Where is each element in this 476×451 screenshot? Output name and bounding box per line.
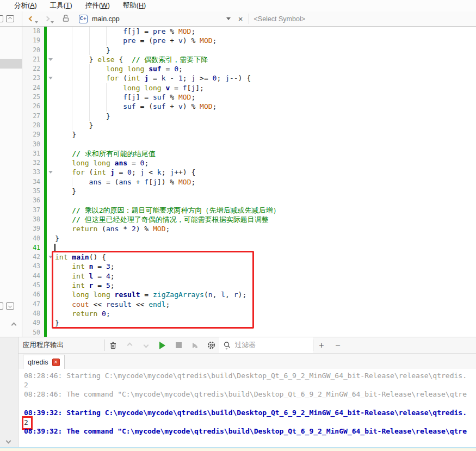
code-line[interactable]: 43int n = 3; bbox=[22, 262, 476, 271]
code-line[interactable]: 34ans = (ans + f[j]) % MOD; bbox=[22, 177, 476, 187]
window-bottom-strip bbox=[0, 447, 476, 451]
output-text-area[interactable]: 08:28:46: Starting C:\mycode\mycode\qtre… bbox=[18, 369, 476, 448]
filter-input[interactable]: 过滤器 bbox=[219, 337, 313, 353]
line-number: 21 bbox=[22, 55, 44, 64]
code-line[interactable]: 26suf = (suf + v) % MOD; bbox=[22, 102, 476, 111]
code-line[interactable]: 33for (int j = 0; j < k; j++) { bbox=[22, 168, 476, 177]
zoom-in-button[interactable]: + bbox=[313, 338, 330, 353]
code-text: suf = (suf + v) % MOD; bbox=[54, 102, 217, 111]
fold-column bbox=[47, 140, 54, 149]
document-dropdown-icon[interactable] bbox=[226, 17, 231, 20]
code-line[interactable]: 50 bbox=[22, 328, 476, 337]
line-number: 31 bbox=[22, 149, 44, 158]
code-line[interactable]: 28} bbox=[22, 121, 476, 130]
back-button[interactable] bbox=[29, 15, 38, 23]
code-text: return 0; bbox=[54, 309, 110, 318]
code-text: int main() { bbox=[54, 252, 106, 262]
code-text: return (ans * 2) % MOD; bbox=[54, 224, 170, 233]
output-pane-title: 应用程序输出 bbox=[18, 341, 104, 350]
code-line[interactable]: 46long long result = zigZagArrays(n, l, … bbox=[22, 290, 476, 299]
code-line[interactable]: 18f[j] = pre % MOD; bbox=[22, 27, 476, 36]
code-line[interactable]: 38// 但这里已经处理了奇偶的情况，可能需要根据实际题目调整 bbox=[22, 215, 476, 224]
close-document-icon[interactable]: × bbox=[238, 15, 243, 23]
left-sidebar bbox=[0, 27, 22, 337]
code-line[interactable]: 29} bbox=[22, 130, 476, 139]
line-number: 32 bbox=[22, 158, 44, 168]
split-editor-icon[interactable] bbox=[0, 15, 3, 22]
sidebar-selected-item[interactable] bbox=[0, 59, 22, 69]
code-line[interactable]: 37// 乘以2的原因：题目可能要求两种方向（先增后减或先减后增） bbox=[22, 206, 476, 215]
fold-column bbox=[47, 309, 54, 318]
fold-marker-icon[interactable] bbox=[47, 168, 54, 177]
output-line: 08:39:32: The command "C:\mycode\mycode\… bbox=[24, 427, 476, 436]
split-menu-icon[interactable] bbox=[6, 302, 14, 310]
next-item-button[interactable] bbox=[138, 338, 154, 353]
code-line[interactable]: 31// 求和所有可能的结尾值 bbox=[22, 149, 476, 158]
code-line[interactable]: 47cout << result << endl; bbox=[22, 300, 476, 309]
output-line: 08:39:32: Starting C:\mycode\mycode\qtre… bbox=[24, 408, 476, 417]
code-line[interactable]: 45int r = 5; bbox=[22, 281, 476, 290]
symbol-selector[interactable]: <Select Symbol> bbox=[254, 15, 306, 23]
settings-gear-icon[interactable] bbox=[203, 338, 219, 353]
qt-creator-window: 分析(A) 工具(T) 控件(W) 帮助(H) C+ main.cpp × <S… bbox=[0, 0, 476, 451]
stop-button[interactable] bbox=[170, 338, 187, 353]
code-line[interactable]: 35} bbox=[22, 187, 476, 196]
close-tab-icon[interactable]: × bbox=[52, 359, 60, 366]
fold-column bbox=[47, 262, 54, 271]
code-line[interactable]: 42int main() { bbox=[22, 252, 476, 262]
code-text: } bbox=[54, 121, 93, 130]
fold-column bbox=[47, 149, 54, 158]
code-line[interactable]: 20} bbox=[22, 46, 476, 55]
code-line[interactable]: 22long long suf = 0; bbox=[22, 64, 476, 73]
code-line[interactable]: 44int l = 4; bbox=[22, 271, 476, 281]
code-line[interactable]: 39return (ans * 2) % MOD; bbox=[22, 224, 476, 233]
open-document-name[interactable]: main.cpp bbox=[92, 15, 120, 23]
code-line[interactable]: 48return 0; bbox=[22, 309, 476, 318]
fold-marker-icon[interactable] bbox=[47, 252, 54, 262]
menu-window[interactable]: 控件(W) bbox=[79, 1, 116, 11]
code-line[interactable]: 19pre = (pre + v) % MOD; bbox=[22, 36, 476, 45]
fold-column bbox=[47, 215, 54, 224]
zoom-out-button[interactable]: − bbox=[330, 338, 346, 353]
fold-column bbox=[47, 92, 54, 102]
code-line[interactable]: 21} else { // 偶数索引，需要下降 bbox=[22, 55, 476, 64]
run-button[interactable] bbox=[154, 338, 170, 353]
line-number: 38 bbox=[22, 215, 44, 224]
code-text: } bbox=[54, 187, 76, 196]
fold-column bbox=[47, 83, 54, 92]
code-text: // 求和所有可能的结尾值 bbox=[54, 149, 156, 158]
menu-tools[interactable]: 工具(T) bbox=[44, 1, 79, 11]
code-line[interactable]: 25f[j] = suf % MOD; bbox=[22, 92, 476, 102]
fold-column bbox=[47, 64, 54, 73]
code-line[interactable]: 27} bbox=[22, 112, 476, 121]
code-line[interactable]: 24long long v = f[j]; bbox=[22, 83, 476, 92]
fold-marker-icon[interactable] bbox=[47, 55, 54, 64]
code-line[interactable]: 32long long ans = 0; bbox=[22, 158, 476, 168]
code-editor[interactable]: 18f[j] = pre % MOD;19pre = (pre + v) % M… bbox=[22, 27, 476, 337]
close-split-icon[interactable] bbox=[6, 15, 14, 22]
code-line[interactable]: 49} bbox=[22, 318, 476, 328]
code-line[interactable]: 40} bbox=[22, 234, 476, 243]
code-line[interactable]: 30 bbox=[22, 140, 476, 149]
menu-analyze[interactable]: 分析(A) bbox=[8, 1, 44, 11]
tab-qtredis[interactable]: qtredis × bbox=[23, 355, 65, 369]
forward-button[interactable] bbox=[45, 15, 54, 23]
run-debug-button[interactable] bbox=[187, 338, 203, 353]
menu-help[interactable]: 帮助(H) bbox=[116, 1, 152, 11]
code-line[interactable]: 36 bbox=[22, 196, 476, 205]
code-text bbox=[54, 328, 55, 337]
fold-marker-icon[interactable] bbox=[47, 73, 54, 83]
previous-item-button[interactable] bbox=[121, 338, 138, 353]
clear-output-button[interactable] bbox=[105, 338, 121, 353]
code-line[interactable]: 41 bbox=[22, 243, 476, 252]
fold-column bbox=[47, 177, 54, 187]
line-number: 24 bbox=[22, 83, 44, 92]
output-pane-header: 应用程序输出 过滤器 + − bbox=[18, 337, 476, 354]
fold-column bbox=[47, 224, 54, 233]
code-line[interactable]: 23for (int j = k - 1; j >= 0; j--) { bbox=[22, 73, 476, 83]
unlock-icon bbox=[61, 14, 70, 24]
code-text bbox=[54, 140, 55, 149]
split-editor-icon-bottom[interactable] bbox=[0, 302, 3, 310]
scroll-down-icon[interactable] bbox=[6, 438, 11, 444]
scroll-up-icon[interactable] bbox=[11, 323, 17, 328]
